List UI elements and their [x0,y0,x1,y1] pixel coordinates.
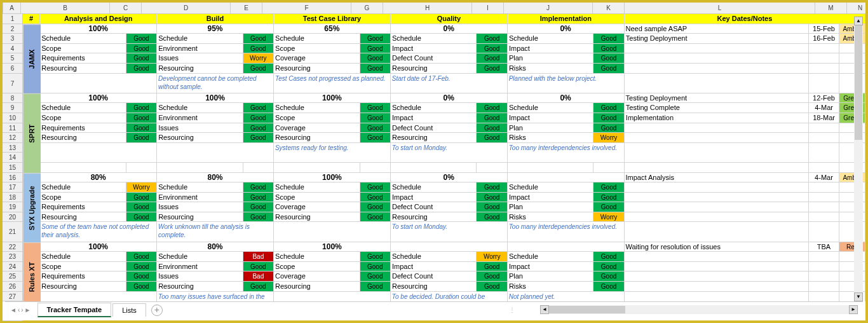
phase-note: Too many interdependencies involved. [508,143,625,163]
row-header-15[interactable]: 15 [3,163,22,173]
tab-last-icon[interactable]: ► [25,306,31,313]
row-header-18[interactable]: 18 [3,193,22,203]
metric-status: Good [126,133,157,143]
metric-label: Issues [157,202,243,212]
column-header-E[interactable]: E [231,3,262,13]
row-header-4[interactable]: 4 [3,44,22,54]
row-header-13[interactable]: 13 [3,143,22,153]
row-header-21[interactable]: 21 [3,222,22,242]
metric-status: Worry [593,133,624,143]
row-header-27[interactable]: 27 [3,292,22,302]
tab-next-icon[interactable]: › [21,306,23,313]
tab-tracker-template[interactable]: Tracker Tempate [37,303,112,317]
pct-syx-1: 80% [157,173,274,183]
keydate-text [625,202,809,212]
scroll-up-button[interactable]: ▲ [854,17,863,25]
metric-label: Environment [157,262,243,272]
add-sheet-button[interactable]: + [151,305,163,316]
metric-status: Good [126,113,157,123]
keydate-date [809,262,839,272]
metric-label: Risks [508,212,593,223]
metric-status: Good [360,64,391,74]
column-header-L[interactable]: L [625,3,815,13]
column-header-D[interactable]: D [142,3,231,13]
row-header-10[interactable]: 10 [3,113,22,123]
row-header-17[interactable]: 17 [3,182,22,193]
column-header-M[interactable]: M [815,3,847,13]
row-header-16[interactable]: 16 [3,173,22,183]
metric-status: Good [126,34,157,44]
metric-label: Risks [508,282,593,292]
scroll-left-button[interactable]: ◄ [540,305,549,314]
column-header-I[interactable]: I [472,3,504,13]
metric-label: Coverage [274,202,360,212]
column-header-H[interactable]: H [383,3,472,13]
row-header-23[interactable]: 23 [3,252,22,262]
metric-label: Schedule [508,252,593,262]
row-header-24[interactable]: 24 [3,262,22,272]
row-header-3[interactable]: 3 [3,34,22,44]
row-header-19[interactable]: 19 [3,202,22,212]
row-header-26[interactable]: 26 [3,282,22,292]
column-header-G[interactable]: G [351,3,383,13]
row-header-1[interactable]: 1 [3,14,22,24]
pct-syx-0: 80% [40,173,157,183]
vertical-scrollbar[interactable]: ▲ ▼ [854,17,863,301]
tab-prev-icon[interactable]: ‹ [18,306,20,313]
scroll-down-button[interactable]: ▼ [854,292,863,301]
metric-label: Resourcing [40,133,126,143]
row-header-8[interactable]: 8 [3,93,22,104]
tab-lists[interactable]: Lists [112,303,146,317]
column-header-A[interactable]: A [3,3,21,13]
header-quality: Quality [391,14,508,24]
keydate-date: 18-Mar [809,113,839,123]
phase-note [157,143,274,163]
row-header-12[interactable]: 12 [3,133,22,143]
row-header-20[interactable]: 20 [3,212,22,223]
tab-first-icon[interactable]: ◄ [10,306,17,313]
metric-status: Good [360,123,391,134]
keydate-text [625,193,809,203]
header-hash: # [23,14,40,24]
column-header-N[interactable]: N [847,3,868,13]
keydate-date [809,133,839,143]
row-header-7[interactable]: 7 [3,74,22,93]
row-header-9[interactable]: 9 [3,103,22,113]
keydate-text [625,262,809,272]
vscroll-track[interactable] [854,25,863,292]
tab-splitter[interactable]: ⋮ [509,306,517,313]
phase-note [274,222,391,242]
column-header-F[interactable]: F [262,3,351,13]
row-header-6[interactable]: 6 [3,64,22,74]
row-header-11[interactable]: 11 [3,123,22,134]
cells-area[interactable]: #Analysis and DesignBuildTest Case Libra… [23,14,865,301]
row-header-2[interactable]: 2 [3,24,22,34]
keydate-date: 16-Feb [809,34,839,44]
metric-status: Good [126,193,157,203]
row-header-22[interactable]: 22 [3,242,22,252]
keydate-text [625,123,809,134]
scroll-right-button[interactable]: ► [849,305,858,314]
hscroll-track[interactable] [549,305,849,314]
phase-note: Work unknown till the analysis is comple… [157,222,274,242]
tab-nav-controls[interactable]: ◄ ‹ › ► [5,306,36,313]
row-header-5[interactable]: 5 [3,53,22,64]
row-header-25[interactable]: 25 [3,271,22,282]
column-header-J[interactable]: J [504,3,593,13]
metric-label: Scope [40,193,126,203]
metric-label: Requirements [40,123,126,134]
vscroll-thumb[interactable] [855,25,862,140]
phase-note: Not planned yet. [508,292,625,301]
metric-label: Schedule [157,182,243,193]
metric-status: Good [126,103,157,113]
phase-note: Systems ready for testing. [274,143,391,163]
hscroll-thumb[interactable] [549,306,625,313]
column-header-B[interactable]: B [21,3,110,13]
row-header-14[interactable]: 14 [3,153,22,163]
column-header-C[interactable]: C [110,3,142,13]
metric-label: Schedule [157,103,243,113]
metric-status: Good [126,123,157,134]
column-header-K[interactable]: K [593,3,625,13]
metric-status: Good [593,252,624,262]
horizontal-scrollbar[interactable]: ◄ ► [540,305,858,314]
